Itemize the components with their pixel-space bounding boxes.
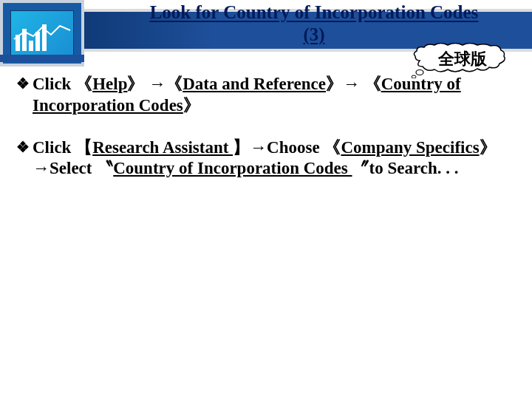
txt: 》 [183,96,200,115]
diamond-bullet-icon: ❖ [16,74,33,117]
sub-band [0,55,84,62]
title-line-1: Look for Country of Incorporation Codes [150,2,479,22]
list-item: ❖ Click 【Research Assistant 】→Choose 《Co… [16,137,516,180]
txt: Click 《 [33,75,92,93]
txt: 〞to Search. . . [352,159,459,177]
txt: 》 →《 [127,75,183,93]
menu-data-and-reference: Data and Reference [183,75,326,93]
txt: Click 【 [33,138,92,157]
page-title: Look for Country of Incorporation Codes … [96,1,532,46]
txt: 】→Choose 《 [233,138,341,157]
badge-label: 全球版 [419,48,506,70]
menu-research-assistant: Research Assistant [92,138,233,157]
txt: 》→ 《 [326,75,381,93]
title-line-2: (3) [303,24,324,44]
content-area: ❖ Click 《Help》 →《Data and Reference》→ 《C… [16,74,516,200]
list-item: ❖ Click 《Help》 →《Data and Reference》→ 《C… [16,74,516,117]
trend-line-icon [11,24,73,44]
bullet-text: Click 《Help》 →《Data and Reference》→ 《Cou… [33,74,516,117]
menu-company-specifics: Company Specifics [341,138,479,157]
menu-country-codes: Country of Incorporation Codes [113,159,352,177]
bullet-text: Click 【Research Assistant 】→Choose 《Comp… [33,137,516,180]
diamond-bullet-icon: ❖ [16,137,33,180]
logo-screen [10,10,74,56]
menu-help: Help [92,75,127,93]
